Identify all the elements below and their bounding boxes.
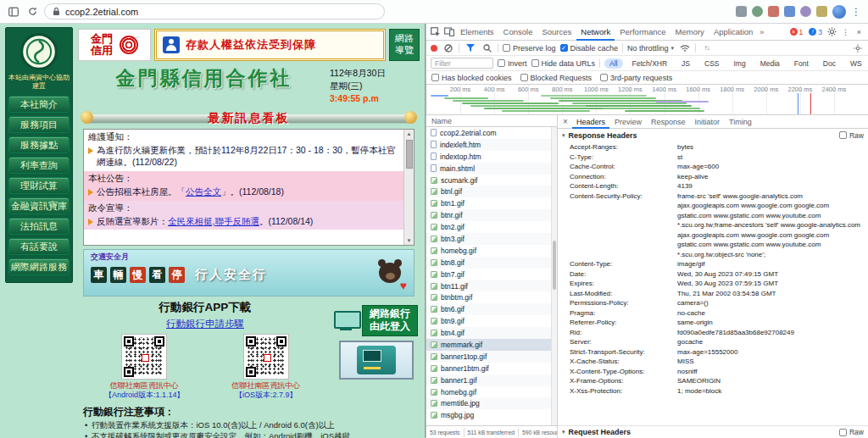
request-row[interactable]: btnr.gif (426, 209, 557, 221)
scroll-thumb[interactable] (406, 140, 413, 169)
resource-type-filter[interactable]: CSS (699, 58, 724, 69)
news-link[interactable]: 全民來相挺,聯手反賄選 (168, 216, 259, 226)
browser-menu-icon[interactable]: ⋮ (851, 6, 861, 18)
detail-tab[interactable]: Preview (610, 115, 646, 129)
scroll-up-icon[interactable]: ▲ (407, 130, 412, 138)
request-row[interactable]: indextop.htm (426, 151, 557, 163)
sidebar-nav-item[interactable]: 網際網路服務 (8, 258, 70, 275)
devtools-tab[interactable]: Performance (615, 24, 670, 41)
app-apply-link[interactable]: 行動銀行申請步驟 (166, 318, 244, 330)
sidebar-nav-item[interactable]: 利率查詢 (8, 157, 70, 174)
request-row[interactable]: msgbg.jpg (426, 409, 557, 421)
close-details-icon[interactable]: × (559, 117, 571, 126)
detail-tab[interactable]: Timing (725, 115, 756, 129)
resource-type-filter[interactable]: Font (789, 58, 814, 69)
sidebar-nav-item[interactable]: 本社簡介 (8, 96, 70, 113)
throttling-select[interactable]: No throttling ▾ (627, 44, 674, 53)
request-row[interactable]: btn11.gif (426, 280, 557, 292)
network-filter-checkbox[interactable]: Blocked Requests (520, 74, 593, 82)
devtools-menu-icon[interactable]: ⋮ (839, 26, 852, 38)
error-count-badge[interactable]: 1 (790, 28, 804, 36)
reload-icon[interactable] (25, 5, 39, 19)
network-filter-checkbox[interactable]: Has blocked cookies (431, 74, 512, 82)
extension-icon-6[interactable] (816, 6, 827, 17)
sidebar-nav-item[interactable]: 服務據點 (8, 136, 70, 153)
network-overview[interactable]: 200 ms400 ms600 ms800 ms1000 ms1200 ms14… (426, 85, 868, 115)
more-tabs-icon[interactable]: » (758, 28, 765, 36)
raw-response-toggle[interactable]: Raw (839, 131, 864, 140)
request-row[interactable]: btn8.gif (426, 257, 557, 269)
devtools-tab[interactable]: Elements (456, 24, 498, 41)
preserve-log-checkbox[interactable]: Preserve log (503, 44, 556, 53)
request-row[interactable]: homebg.gif (426, 386, 557, 398)
invert-checkbox[interactable]: Invert (498, 59, 527, 68)
settings-gear-icon[interactable] (826, 26, 838, 38)
request-row[interactable]: btn1.gif (426, 197, 557, 209)
extension-icon-4[interactable] (784, 6, 795, 17)
request-row[interactable]: btnbtm.gif (426, 291, 557, 303)
request-row[interactable]: btnl.gif (426, 186, 557, 197)
request-row[interactable]: scumark.gif (426, 175, 557, 186)
raw-request-toggle[interactable]: Raw (839, 428, 864, 436)
sidebar-nav-item[interactable]: 金融資訊寶庫 (8, 197, 70, 214)
resource-type-filter[interactable]: Media (755, 58, 785, 69)
extension-icon-1[interactable] (736, 6, 747, 17)
deposit-protection-banner[interactable]: 存款人權益依法受到保障 (154, 29, 386, 61)
search-icon[interactable] (481, 42, 493, 54)
resource-type-filter[interactable]: Doc (818, 58, 841, 69)
request-row[interactable]: btn2.gif (426, 221, 557, 233)
request-row[interactable]: memtitle.jpg (426, 397, 557, 409)
news-scrollbar[interactable]: ▲ ▼ (403, 130, 414, 245)
requests-scrollbar[interactable] (551, 127, 557, 425)
request-headers-section[interactable]: ▾ Request Headers Raw (558, 425, 868, 438)
resource-type-filter[interactable]: JS (676, 58, 695, 69)
request-row[interactable]: ccop2.2etrial.com (426, 127, 557, 139)
request-row[interactable]: btn4.gif (426, 327, 557, 339)
detail-tab[interactable]: Headers (572, 115, 609, 129)
request-row[interactable]: banner1top.gif (426, 351, 557, 363)
ebank-login-button[interactable]: 網路銀行 由此登入 (334, 305, 418, 336)
inspect-icon[interactable] (429, 26, 442, 38)
sidebar-nav-item[interactable]: 服務項目 (8, 116, 70, 133)
resource-type-filter[interactable]: WS (845, 58, 867, 69)
detail-tab[interactable]: Initiator (691, 115, 725, 129)
resource-type-filter[interactable]: Img (729, 58, 751, 69)
detail-tab[interactable]: Response (647, 115, 690, 129)
request-row[interactable]: main.shtml (426, 163, 557, 175)
scroll-down-icon[interactable]: ▼ (407, 236, 412, 245)
devtools-tab[interactable]: Console (499, 24, 537, 41)
news-link[interactable]: 公告全文 (186, 186, 221, 197)
device-toolbar-icon[interactable] (442, 26, 455, 38)
request-row[interactable]: btn3.gif (426, 233, 557, 245)
network-filter-input[interactable] (431, 58, 493, 69)
sidebar-nav-item[interactable]: 有話要說 (8, 238, 70, 255)
side-panel-icon[interactable] (7, 5, 20, 19)
site-map-button[interactable]: 網路導覽 (389, 29, 420, 61)
request-row[interactable]: homebg.gif (426, 245, 557, 257)
request-row[interactable]: btn9.gif (426, 315, 557, 327)
request-row[interactable]: banner1.gif (426, 374, 557, 386)
site-logo[interactable] (19, 32, 58, 71)
clear-icon[interactable] (442, 42, 454, 54)
disable-cache-checkbox[interactable]: Disable cache (560, 44, 619, 53)
record-button[interactable] (431, 45, 437, 52)
extension-icon-2[interactable] (752, 6, 763, 17)
resource-type-filter[interactable]: Fetch/XHR (627, 58, 673, 69)
network-settings-gear-icon[interactable] (851, 42, 864, 54)
resource-type-filter[interactable]: All (604, 58, 622, 69)
response-headers-section[interactable]: ▾ Response Headers Raw (558, 129, 868, 141)
hide-data-urls-checkbox[interactable]: Hide data URLs (531, 59, 596, 68)
network-filter-checkbox[interactable]: 3rd-party requests (600, 74, 672, 82)
name-column-header[interactable]: Name (426, 115, 557, 127)
request-row[interactable]: btn7.gif (426, 269, 557, 280)
devtools-tab[interactable]: Memory (671, 24, 709, 41)
devtools-close-icon[interactable]: × (853, 26, 865, 38)
sidebar-nav-item[interactable]: 法拍訊息 (8, 218, 70, 235)
scroll-thumb[interactable] (553, 241, 556, 290)
import-export-har-icon[interactable]: ↑↓ (700, 42, 713, 54)
devtools-tab[interactable]: Application (709, 24, 757, 41)
issues-count-badge[interactable]: 3 (809, 28, 822, 36)
address-bar[interactable]: ccop2.2etrial.com (44, 3, 385, 19)
sidebar-nav-item[interactable]: 理財試算 (8, 177, 70, 194)
extension-icon-5[interactable] (800, 6, 811, 17)
